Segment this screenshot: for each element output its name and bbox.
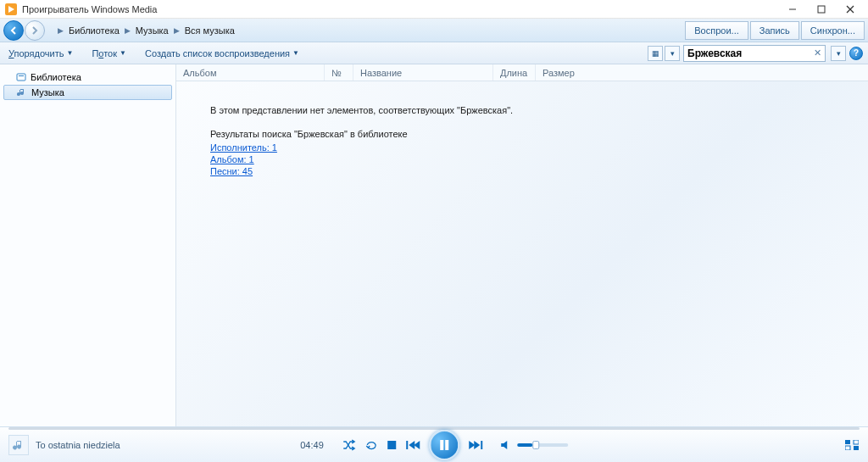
no-results-message: В этом представлении нет элементов, соот… xyxy=(210,105,868,115)
chevron-right-icon: ▶ xyxy=(125,26,131,35)
help-button[interactable]: ? xyxy=(849,47,863,60)
volume-slider[interactable] xyxy=(517,443,568,447)
breadcrumb: ▶ Библиотека ▶ Музыка ▶ Вся музыка xyxy=(53,25,235,36)
chevron-down-icon: ▼ xyxy=(66,49,73,57)
play-pause-button[interactable] xyxy=(429,430,459,460)
column-title[interactable]: Название xyxy=(353,64,493,81)
chevron-down-icon: ▼ xyxy=(292,49,299,57)
result-link-album[interactable]: Альбом: 1 xyxy=(210,154,254,164)
svg-marker-15 xyxy=(474,441,480,449)
stop-button[interactable] xyxy=(387,440,397,450)
svg-rect-6 xyxy=(17,74,25,81)
track-title: To ostatnia niedziela xyxy=(36,440,120,450)
previous-button[interactable] xyxy=(405,440,420,450)
library-icon xyxy=(15,71,27,83)
mute-button[interactable] xyxy=(500,440,512,450)
column-album[interactable]: Альбом xyxy=(176,64,325,81)
organize-menu[interactable]: Упорядочить▼ xyxy=(5,47,76,60)
album-art-icon xyxy=(8,435,29,455)
close-button[interactable] xyxy=(836,1,865,18)
chevron-right-icon: ▶ xyxy=(58,26,64,35)
svg-rect-20 xyxy=(845,446,850,450)
now-playing: To ostatnia niedziela xyxy=(8,435,120,455)
elapsed-time: 04:49 xyxy=(300,440,324,450)
tab-burn[interactable]: Запись xyxy=(750,21,799,40)
tab-sync[interactable]: Синхрон... xyxy=(801,21,865,40)
breadcrumb-item[interactable]: Вся музыка xyxy=(185,25,235,36)
svg-marker-17 xyxy=(501,441,507,449)
search-box[interactable]: ✕ xyxy=(683,45,826,62)
main-body: Библиотека Музыка Альбом № Название Длин… xyxy=(0,64,868,426)
svg-rect-19 xyxy=(854,446,859,450)
sidebar-item-label: Библиотека xyxy=(31,72,81,82)
svg-rect-7 xyxy=(19,75,24,76)
app-icon xyxy=(5,3,17,15)
chevron-right-icon: ▶ xyxy=(174,26,180,35)
clear-search-button[interactable]: ✕ xyxy=(814,47,821,58)
column-headers: Альбом № Название Длина Размер xyxy=(176,64,868,81)
search-dropdown-button[interactable]: ▾ xyxy=(831,46,846,61)
sidebar-item-label: Музыка xyxy=(31,87,64,97)
svg-rect-13 xyxy=(445,440,448,450)
nav-bar: ▶ Библиотека ▶ Музыка ▶ Вся музыка Воспр… xyxy=(0,19,868,42)
result-link-artist[interactable]: Исполнитель: 1 xyxy=(210,142,277,153)
music-icon xyxy=(16,86,28,98)
svg-rect-18 xyxy=(845,440,850,444)
toolbar: Упорядочить▼ Поток▼ Создать список воспр… xyxy=(0,42,868,64)
svg-marker-11 xyxy=(414,441,420,449)
title-bar: Проигрыватель Windows Media xyxy=(0,0,868,19)
sidebar: Библиотека Музыка xyxy=(0,64,176,426)
svg-marker-10 xyxy=(409,441,415,449)
forward-button[interactable] xyxy=(25,20,45,41)
shuffle-button[interactable] xyxy=(342,439,356,451)
svg-rect-3 xyxy=(818,6,825,13)
svg-rect-21 xyxy=(854,440,859,444)
view-options-button[interactable]: ▦ xyxy=(648,46,663,61)
svg-rect-8 xyxy=(387,441,396,449)
svg-rect-9 xyxy=(406,441,408,449)
breadcrumb-item[interactable]: Музыка xyxy=(136,25,169,36)
breadcrumb-item[interactable]: Библиотека xyxy=(69,25,120,36)
content-area: Альбом № Название Длина Размер В этом пр… xyxy=(176,64,868,426)
view-dropdown-button[interactable]: ▾ xyxy=(665,46,680,61)
tab-play[interactable]: Воспрои... xyxy=(685,21,748,40)
svg-rect-12 xyxy=(440,440,443,450)
player-bar: To ostatnia niedziela 04:49 xyxy=(0,426,868,462)
svg-rect-16 xyxy=(481,441,482,449)
create-playlist-menu[interactable]: Создать список воспроизведения▼ xyxy=(142,47,303,60)
stream-menu[interactable]: Поток▼ xyxy=(88,47,130,60)
column-number[interactable]: № xyxy=(325,64,353,81)
back-button[interactable] xyxy=(3,20,24,41)
repeat-button[interactable] xyxy=(364,439,378,451)
search-results: В этом представлении нет элементов, соот… xyxy=(176,81,868,178)
next-button[interactable] xyxy=(468,440,483,450)
minimize-button[interactable] xyxy=(778,1,807,18)
search-input[interactable] xyxy=(687,47,814,59)
player-controls: 04:49 xyxy=(300,430,568,460)
switch-view-button[interactable] xyxy=(844,439,860,451)
results-heading: Результаты поиска "Бржевская" в библиоте… xyxy=(210,129,868,139)
svg-marker-14 xyxy=(469,441,475,449)
chevron-down-icon: ▼ xyxy=(120,49,126,57)
maximize-button[interactable] xyxy=(807,1,836,18)
result-link-songs[interactable]: Песни: 45 xyxy=(210,166,253,176)
column-length[interactable]: Длина xyxy=(493,64,536,81)
sidebar-item-music[interactable]: Музыка xyxy=(3,85,172,100)
window-title: Проигрыватель Windows Media xyxy=(22,4,778,14)
column-size[interactable]: Размер xyxy=(536,64,868,81)
sidebar-item-library[interactable]: Библиотека xyxy=(0,70,175,85)
